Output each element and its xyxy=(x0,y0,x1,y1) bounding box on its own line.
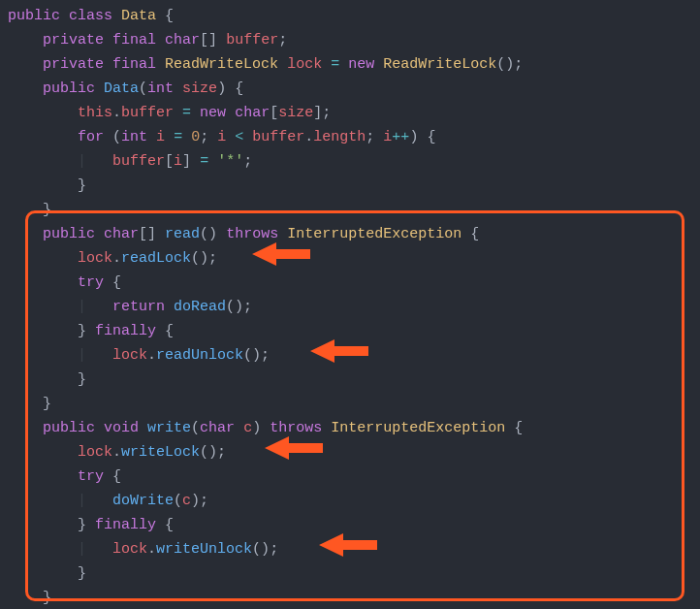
rbracket: ] xyxy=(182,153,191,170)
mtd-writelock: writeLock xyxy=(121,444,200,461)
mtd-dowrite: doWrite xyxy=(112,493,174,509)
rparen: ) xyxy=(217,80,226,97)
var-buffer: buffer xyxy=(121,105,174,121)
type-char: char xyxy=(235,105,270,121)
kw-throws: throws xyxy=(270,420,322,436)
rparen: ) xyxy=(191,493,200,509)
kw-new: new xyxy=(200,105,226,121)
rparen: ) xyxy=(252,420,261,436)
mtd-readunlock: readUnlock xyxy=(156,347,243,364)
kw-public: public xyxy=(43,420,95,436)
brace: { xyxy=(165,517,174,533)
var-buffer: buffer xyxy=(226,32,278,48)
kw-public: public xyxy=(8,8,60,24)
op-eq: = xyxy=(200,153,208,170)
type-char: char xyxy=(104,226,139,242)
semi: ; xyxy=(217,444,226,461)
parens: () xyxy=(191,250,208,267)
kw-class: class xyxy=(69,8,112,24)
kw-return: return xyxy=(112,299,165,315)
mtd-writeunlock: writeUnlock xyxy=(156,541,252,558)
type-ie: InterruptedException xyxy=(331,420,505,436)
lparen: ( xyxy=(191,420,200,436)
parens: () xyxy=(243,347,261,364)
mtd-readlock: readLock xyxy=(121,250,191,267)
num-0: 0 xyxy=(191,129,200,145)
kw-finally: finally xyxy=(95,323,156,339)
parens: () xyxy=(226,299,243,315)
op-lt: < xyxy=(235,129,243,145)
mtd-write: write xyxy=(147,420,191,436)
var-lock: lock xyxy=(287,56,322,73)
semi: ; xyxy=(366,129,374,145)
brace: { xyxy=(112,274,121,291)
op-eq: = xyxy=(174,129,182,145)
dot: . xyxy=(304,129,313,145)
op-eq: = xyxy=(331,56,339,73)
kw-public: public xyxy=(43,80,95,97)
kw-for: for xyxy=(78,129,104,145)
arg-c: c xyxy=(182,493,191,509)
brace: } xyxy=(78,371,86,388)
code-block: public class Data { private final char[]… xyxy=(0,0,700,609)
indent-guide: | xyxy=(78,153,86,170)
op-eq: = xyxy=(182,105,191,121)
lparen: ( xyxy=(139,80,147,97)
brace: { xyxy=(427,129,435,145)
kw-final: final xyxy=(112,32,156,48)
type-int: int xyxy=(147,80,174,97)
var-lock: lock xyxy=(112,347,147,364)
dot: . xyxy=(147,541,156,558)
kw-public: public xyxy=(43,226,95,242)
dot: . xyxy=(112,105,121,121)
kw-new: new xyxy=(348,56,374,73)
parens: () xyxy=(252,541,270,558)
prop-length: length xyxy=(313,129,366,145)
semi: ; xyxy=(278,32,287,48)
op-pp: ++ xyxy=(392,129,409,145)
indent-guide: | xyxy=(78,541,86,558)
brace: { xyxy=(165,8,174,24)
class-name: Data xyxy=(121,8,156,24)
kw-final: final xyxy=(112,56,156,73)
semi: ; xyxy=(200,493,208,509)
brace: } xyxy=(78,177,86,194)
brace: } xyxy=(78,323,86,339)
kw-private: private xyxy=(43,32,104,48)
var-buffer: buffer xyxy=(112,153,165,170)
brackets: [] xyxy=(200,32,217,48)
parens: () xyxy=(200,226,217,242)
lparen: ( xyxy=(112,129,121,145)
brace: { xyxy=(514,420,523,436)
kw-this: this xyxy=(78,105,112,121)
param-c: c xyxy=(243,420,252,436)
param-size: size xyxy=(182,80,217,97)
lbracket: [ xyxy=(165,153,174,170)
var-lock: lock xyxy=(78,250,112,267)
var-i: i xyxy=(156,129,165,145)
mtd-read: read xyxy=(165,226,200,242)
mtd-doread: doRead xyxy=(174,299,226,315)
type-rwl: ReadWriteLock xyxy=(383,56,496,73)
type-int: int xyxy=(121,129,147,145)
dot: . xyxy=(112,444,121,461)
brace: } xyxy=(43,202,51,218)
indent-guide: | xyxy=(78,493,86,509)
type-char: char xyxy=(165,32,200,48)
ctor-name: Data xyxy=(104,80,139,97)
semi: ; xyxy=(514,56,523,73)
semi: ; xyxy=(261,347,270,364)
var-i: i xyxy=(174,153,182,170)
kw-throws: throws xyxy=(226,226,278,242)
kw-try: try xyxy=(78,274,104,291)
lparen: ( xyxy=(174,493,182,509)
indent-guide: | xyxy=(78,347,86,364)
char-star: '*' xyxy=(217,153,243,170)
var-i: i xyxy=(217,129,226,145)
dot: . xyxy=(147,347,156,364)
var-size: size xyxy=(278,105,313,121)
brace: { xyxy=(112,468,121,485)
semi: ; xyxy=(208,250,217,267)
kw-try: try xyxy=(78,468,104,485)
brace: } xyxy=(43,396,51,412)
